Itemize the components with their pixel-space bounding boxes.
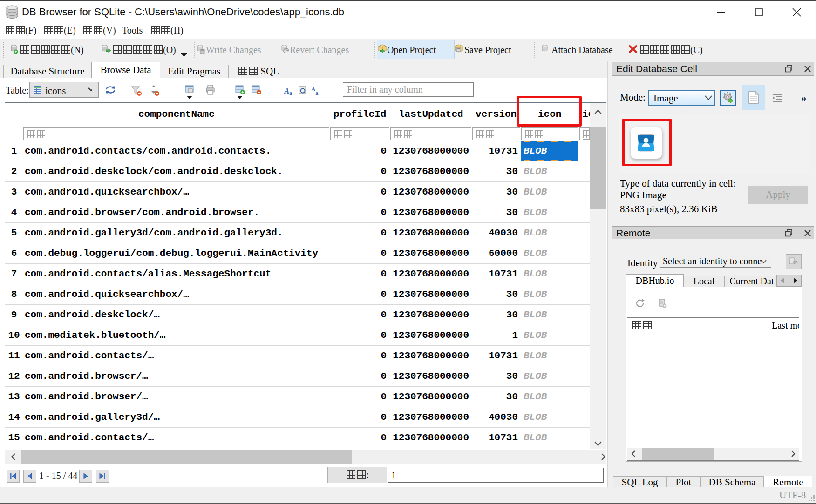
svg-text:a: a [315, 89, 319, 96]
svg-text:A: A [284, 87, 289, 95]
svg-text:a: a [289, 90, 292, 96]
